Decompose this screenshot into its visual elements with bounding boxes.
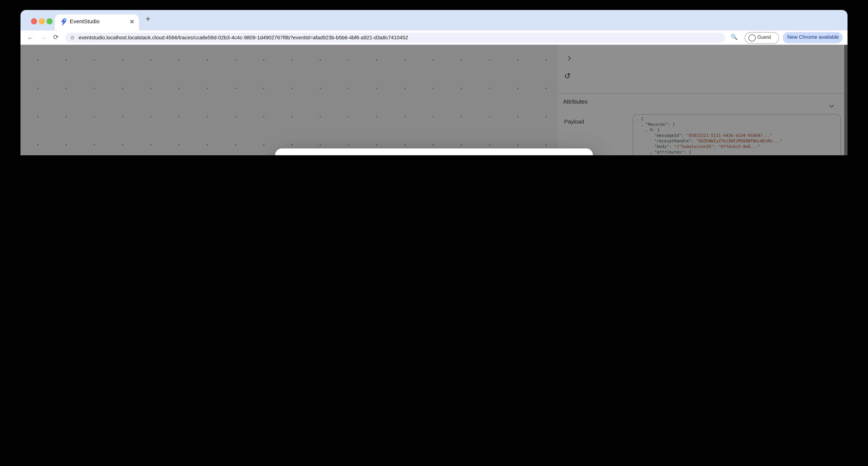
modal-overlay — [21, 45, 847, 155]
new-tab-button[interactable]: + — [146, 14, 150, 23]
page-content: λ Lambda SubmitQuizFunction Invoke → SQS… — [21, 45, 847, 155]
desktop: EventStudio ✕ + ← → ⟳ ⊙ eventstudio.loca… — [0, 0, 868, 155]
kebab-menu-icon[interactable]: ⋮ — [834, 34, 839, 39]
chrome-update-button[interactable]: New Chrome available ⋮ — [783, 32, 842, 43]
browser-window: EventStudio ✕ + ← → ⟳ ⊙ eventstudio.loca… — [21, 10, 847, 155]
reload-icon[interactable]: ⟳ — [51, 32, 61, 42]
avatar-icon — [748, 34, 755, 41]
edit-event-dialog: Edit Event with ID: undefined ✕ Event De… — [275, 148, 593, 155]
forward-icon[interactable]: → — [39, 32, 49, 42]
zoom-out-page-icon[interactable]: 🔍 — [731, 34, 738, 40]
tab-eventstudio[interactable]: EventStudio ✕ — [55, 14, 139, 30]
tab-strip: EventStudio ✕ + — [21, 10, 847, 30]
browser-toolbar: ← → ⟳ ⊙ eventstudio.localhost.localstack… — [21, 30, 847, 45]
back-icon[interactable]: ← — [26, 32, 35, 42]
url-text: eventstudio.localhost.localstack.cloud:4… — [79, 35, 408, 40]
eventstudio-logo-icon — [60, 18, 67, 26]
chrome-update-label: New Chrome available — [787, 34, 839, 40]
address-bar[interactable]: ⊙ eventstudio.localhost.localstack.cloud… — [65, 32, 725, 42]
tab-title: EventStudio — [70, 18, 100, 24]
zoom-window-button[interactable] — [46, 18, 53, 24]
tab-close-icon[interactable]: ✕ — [129, 18, 134, 26]
profile-label: Guest — [757, 34, 771, 40]
close-window-button[interactable] — [31, 18, 37, 24]
site-settings-icon[interactable]: ⊙ — [70, 35, 74, 40]
minimize-window-button[interactable] — [39, 18, 45, 24]
profile-button[interactable]: Guest — [745, 32, 779, 43]
